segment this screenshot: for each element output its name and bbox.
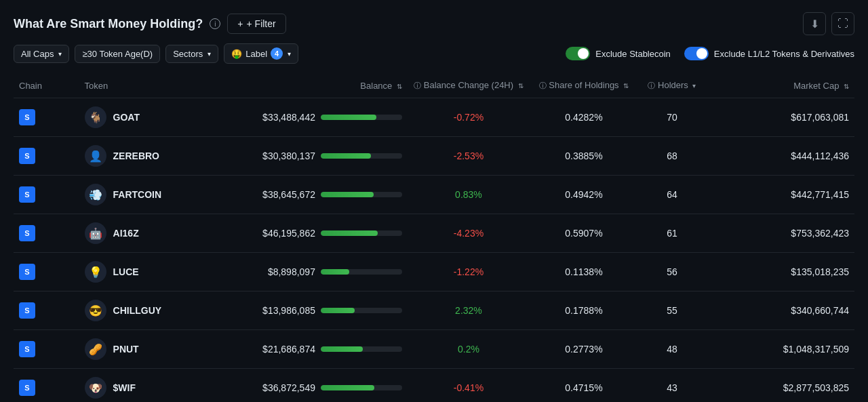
token-avatar-3: 🤖 [85, 222, 106, 244]
share-value-0: 0.4282% [565, 112, 602, 123]
balance-change-cell-7: -0.41% [408, 369, 530, 403]
holders-cell-4: 56 [638, 253, 706, 292]
download-icon: ⬇ [810, 18, 819, 31]
balance-bar-0 [321, 115, 402, 120]
balance-change-cell-6: 0.2% [408, 330, 530, 369]
balance-bar-3 [321, 230, 402, 236]
balance-change-cell-2: 0.83% [408, 176, 530, 214]
balance-bar-fill-1 [321, 153, 371, 159]
holders-value-3: 61 [667, 228, 677, 239]
table-row: S 🐐 GOAT $33,488,442 -0.72% 0.4282% 70 [14, 98, 854, 137]
holders-value-7: 43 [667, 382, 677, 393]
balance-cell-4: $8,898,097 [249, 253, 408, 292]
balance-amount-5: $13,986,085 [254, 305, 315, 316]
chain-cell-4: S [14, 253, 79, 292]
exclude-stablecoin-toggle[interactable] [566, 47, 590, 60]
market-cap-sort-icon: ⇅ [844, 83, 849, 90]
balance-change-value-7: -0.41% [454, 382, 484, 393]
token-age-filter[interactable]: ≥30 Token Age(D) [75, 45, 160, 63]
balance-change-cell-3: -4.23% [408, 214, 530, 253]
token-name-4: LUCE [113, 266, 139, 277]
market-cap-cell-1: $444,112,436 [706, 137, 854, 176]
exclude-stablecoin-toggle-item: Exclude Stablecoin [566, 47, 671, 60]
filter-button[interactable]: + + Filter [227, 14, 285, 34]
filters-bar: All Caps ▾ ≥30 Token Age(D) Sectors ▾ 🤑 … [0, 43, 868, 73]
token-cell-1[interactable]: 👤 ZEREBRO [79, 137, 249, 176]
download-button[interactable]: ⬇ [803, 12, 826, 35]
filter-plus-icon: + [237, 18, 243, 29]
exclude-stablecoin-label: Exclude Stablecoin [595, 49, 671, 59]
market-cap-value-2: $442,771,415 [791, 189, 849, 200]
table-header-row: Chain Token Balance ⇅ ⓘ Balance Change (… [14, 73, 854, 98]
col-holders[interactable]: ⓘ Holders ▾ [638, 73, 706, 98]
chain-cell-1: S [14, 137, 79, 176]
header-left: What Are Smart Money Holding? i + + Filt… [14, 14, 286, 34]
col-share[interactable]: ⓘ Share of Holdings ⇅ [530, 73, 638, 98]
exclude-l1l2-toggle[interactable] [684, 47, 709, 60]
token-name-2: FARTCOIN [113, 189, 162, 200]
token-cell-0[interactable]: 🐐 GOAT [79, 98, 249, 137]
balance-bar-5 [321, 308, 402, 313]
share-cell-7: 0.4715% [530, 369, 638, 403]
chain-icon-4: S [19, 264, 35, 280]
col-market-cap[interactable]: Market Cap ⇅ [706, 73, 854, 98]
all-caps-label: All Caps [21, 49, 54, 59]
balance-cell-3: $46,195,862 [249, 214, 408, 253]
share-value-6: 0.2773% [565, 344, 602, 355]
table-row: S 👤 ZEREBRO $30,380,137 -2.53% 0.3885% 6… [14, 137, 854, 176]
page-title: What Are Smart Money Holding? [14, 17, 203, 31]
balance-amount-0: $33,488,442 [254, 112, 315, 123]
token-cell-2[interactable]: 💨 FARTCOIN [79, 176, 249, 214]
table-row: S 💡 LUCE $8,898,097 -1.22% 0.1138% 56 [14, 253, 854, 292]
col-balance-change[interactable]: ⓘ Balance Change (24H) ⇅ [408, 73, 530, 98]
label-filter[interactable]: 🤑 Label 4 ▾ [224, 43, 298, 64]
balance-change-value-0: -0.72% [454, 112, 484, 123]
token-cell-5[interactable]: 😎 CHILLGUY [79, 292, 249, 330]
all-caps-filter[interactable]: All Caps ▾ [14, 45, 69, 63]
token-cell-4[interactable]: 💡 LUCE [79, 253, 249, 292]
token-cell-3[interactable]: 🤖 AI16Z [79, 214, 249, 253]
token-avatar-4: 💡 [85, 261, 106, 283]
balance-change-value-1: -2.53% [454, 150, 484, 161]
balance-change-cell-0: -0.72% [408, 98, 530, 137]
balance-change-sort-icon: ⇅ [518, 82, 524, 89]
info-icon[interactable]: i [210, 18, 220, 29]
toggle-group: Exclude Stablecoin Exclude L1/L2 Tokens … [566, 47, 854, 60]
balance-cell-6: $21,686,874 [249, 330, 408, 369]
market-cap-cell-7: $2,877,503,825 [706, 369, 854, 403]
header-bar: What Are Smart Money Holding? i + + Filt… [0, 0, 868, 43]
sectors-filter[interactable]: Sectors ▾ [165, 45, 218, 63]
holders-sort-icon: ▾ [692, 82, 696, 89]
balance-cell-1: $30,380,137 [249, 137, 408, 176]
market-cap-cell-4: $135,018,235 [706, 253, 854, 292]
balance-bar-fill-0 [321, 115, 376, 120]
label-chevron: ▾ [288, 50, 291, 58]
balance-bar-7 [321, 385, 402, 390]
balance-change-value-4: -1.22% [454, 266, 484, 277]
balance-change-cell-4: -1.22% [408, 253, 530, 292]
market-cap-value-0: $617,063,081 [791, 112, 849, 123]
share-value-1: 0.3885% [565, 150, 602, 161]
share-cell-1: 0.3885% [530, 137, 638, 176]
holders-cell-0: 70 [638, 98, 706, 137]
sectors-label: Sectors [173, 49, 203, 59]
token-age-label: ≥30 Token Age(D) [82, 49, 153, 59]
balance-bar-fill-5 [321, 308, 355, 313]
chain-icon-6: S [19, 341, 35, 357]
balance-change-value-5: 2.32% [455, 305, 482, 316]
share-cell-6: 0.2773% [530, 330, 638, 369]
market-cap-cell-3: $753,362,423 [706, 214, 854, 253]
holders-value-4: 56 [667, 266, 677, 277]
col-balance[interactable]: Balance ⇅ [249, 73, 408, 98]
col-token: Token [79, 73, 249, 98]
fullscreen-button[interactable]: ⛶ [831, 12, 854, 35]
share-cell-4: 0.1138% [530, 253, 638, 292]
market-cap-cell-0: $617,063,081 [706, 98, 854, 137]
token-cell-6[interactable]: 🥜 PNUT [79, 330, 249, 369]
main-table: Chain Token Balance ⇅ ⓘ Balance Change (… [14, 73, 854, 402]
balance-sort-icon: ⇅ [397, 83, 402, 90]
token-cell-7[interactable]: 🐶 $WIF [79, 369, 249, 403]
share-cell-2: 0.4942% [530, 176, 638, 214]
holders-cell-6: 48 [638, 330, 706, 369]
market-cap-value-5: $340,660,744 [791, 305, 849, 316]
